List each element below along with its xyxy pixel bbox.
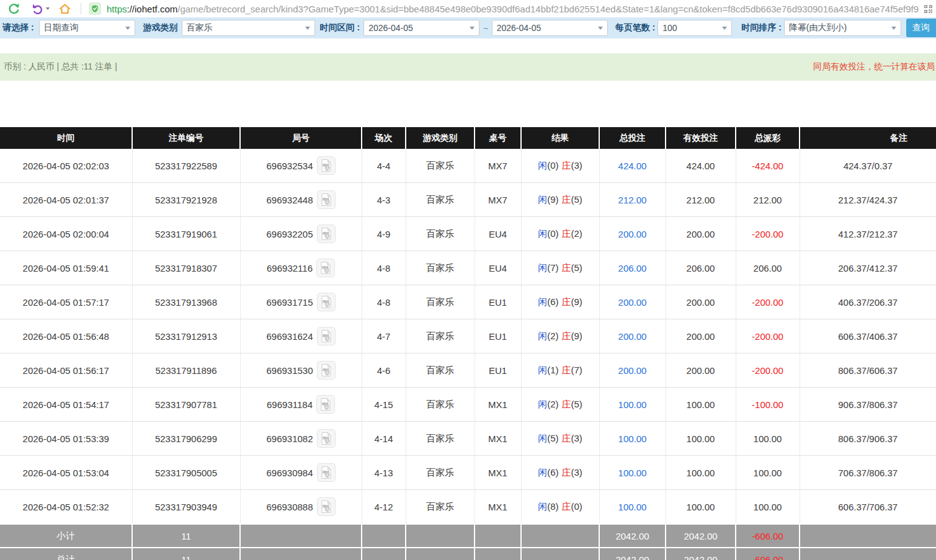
security-shield-icon[interactable] xyxy=(89,2,101,15)
bet-records-table: 时间注单编号局号场次游戏类别桌号结果总投注有效投注总派彩备注 2026-04-0… xyxy=(0,127,936,560)
total-bet-link[interactable]: 200.00 xyxy=(618,331,647,342)
chevron-down-icon xyxy=(305,27,310,30)
subtotal-label: 小计 xyxy=(0,524,132,548)
cell-round: 696931082 xyxy=(240,422,362,456)
table-body: 2026-04-05 02:02:03523317922589696932534… xyxy=(0,149,936,524)
total-bet-link[interactable]: 200.00 xyxy=(618,365,647,376)
sort-value: 降幂(由大到小) xyxy=(789,22,888,33)
back-dropdown-caret[interactable] xyxy=(46,7,50,10)
cell-bet-id: 523317913968 xyxy=(132,285,240,319)
cell-game-type: 百家乐 xyxy=(406,285,475,319)
total-bet-link[interactable]: 212.00 xyxy=(618,195,647,205)
banker-label: 庄 xyxy=(562,399,571,409)
cell-time: 2026-04-05 01:53:04 xyxy=(0,456,132,490)
cell-bet-id: 523317922589 xyxy=(132,149,240,183)
video-file-icon xyxy=(319,295,333,309)
table-row: 2026-04-05 01:56:17523317911896696931530… xyxy=(0,353,936,388)
video-replay-button[interactable] xyxy=(316,395,335,414)
select-type-label: 请选择 : xyxy=(2,22,34,33)
cell-valid-bet: 100.00 xyxy=(666,422,736,456)
cell-round: 696931184 xyxy=(240,388,362,422)
qr-code-icon[interactable] xyxy=(923,4,934,14)
video-replay-button[interactable] xyxy=(317,224,336,243)
back-icon[interactable] xyxy=(30,1,45,16)
total-bet-link[interactable]: 100.00 xyxy=(618,502,647,512)
round-cell-content: 696930888 xyxy=(241,497,362,516)
total-bet-link[interactable]: 100.00 xyxy=(618,433,647,444)
cell-table-no: MX1 xyxy=(475,456,521,490)
cell-session: 4-4 xyxy=(362,149,406,183)
round-cell-content: 696931082 xyxy=(241,429,362,448)
page-size-dropdown[interactable]: 100 xyxy=(657,20,732,36)
video-replay-button[interactable] xyxy=(316,259,335,277)
round-cell-content: 696931184 xyxy=(241,395,362,414)
video-replay-button[interactable] xyxy=(317,190,336,209)
total-bet-link[interactable]: 200.00 xyxy=(618,229,647,239)
game-type-value: 百家乐 xyxy=(187,22,301,33)
date-from-dropdown[interactable]: 2026-04-05 xyxy=(363,20,479,36)
cell-remark: 706.37/806.37 xyxy=(800,456,936,490)
cell-payout: -200.00 xyxy=(736,319,800,353)
total-bet-link[interactable]: 206.00 xyxy=(618,263,647,273)
cell-round: 696931530 xyxy=(240,353,362,388)
video-file-icon xyxy=(319,159,333,172)
cell-bet-id: 523317912913 xyxy=(132,319,240,353)
total-bet-link[interactable]: 424.00 xyxy=(618,161,647,171)
player-score: (0) xyxy=(547,160,558,171)
video-file-icon xyxy=(319,193,333,207)
cell-valid-bet: 206.00 xyxy=(666,251,736,285)
video-file-icon xyxy=(319,500,333,513)
total-bet-link[interactable]: 100.00 xyxy=(618,399,647,410)
cell-result: 闲(5)庄(3) xyxy=(521,422,599,456)
video-replay-button[interactable] xyxy=(317,327,336,345)
cell-session: 4-8 xyxy=(362,251,406,285)
video-replay-button[interactable] xyxy=(317,293,336,311)
cell-round: 696930888 xyxy=(240,490,362,525)
video-replay-button[interactable] xyxy=(317,156,336,175)
video-file-icon xyxy=(319,398,332,411)
video-replay-button[interactable] xyxy=(317,463,336,482)
video-replay-button[interactable] xyxy=(317,361,336,380)
cell-total-bet: 200.00 xyxy=(599,285,666,319)
address-bar[interactable]: https://iohetf.com/game/betrecord_search… xyxy=(107,4,919,14)
refresh-icon[interactable] xyxy=(6,1,21,16)
game-type-dropdown[interactable]: 百家乐 xyxy=(182,20,315,36)
cell-table-no: EU1 xyxy=(475,319,521,353)
page-size-value: 100 xyxy=(662,23,718,33)
cell-remark: 406.37/206.37 xyxy=(800,285,936,319)
banker-score: (5) xyxy=(571,262,582,273)
banker-label: 庄 xyxy=(562,365,571,375)
cell-bet-id: 523317921928 xyxy=(132,183,240,217)
total-bet-link[interactable]: 200.00 xyxy=(618,297,647,308)
table-row: 2026-04-05 02:00:04523317919061696932205… xyxy=(0,217,936,251)
cell-remark: 906.37/806.37 xyxy=(800,388,936,422)
video-file-icon xyxy=(319,329,333,343)
cell-payout: 100.00 xyxy=(736,422,800,456)
date-from-value: 2026-04-05 xyxy=(368,23,466,33)
sort-dropdown[interactable]: 降幂(由大到小) xyxy=(784,20,901,36)
banker-score: (7) xyxy=(571,365,582,375)
home-icon[interactable] xyxy=(57,1,72,16)
cell-valid-bet: 100.00 xyxy=(666,456,736,490)
select-type-dropdown[interactable]: 日期查询 xyxy=(39,20,135,36)
cell-result: 闲(9)庄(5) xyxy=(521,183,599,217)
table-row: 2026-04-05 01:53:39523317906299696931082… xyxy=(0,422,936,456)
cell-bet-id: 523317918307 xyxy=(132,251,240,285)
chevron-down-icon xyxy=(125,27,130,30)
currency-summary: 币别 : 人民币 | 总共 :11 注单 | xyxy=(4,61,117,73)
search-button[interactable]: 查询 xyxy=(906,19,936,37)
banker-label: 庄 xyxy=(562,160,571,171)
player-score: (6) xyxy=(547,467,558,478)
date-to-dropdown[interactable]: 2026-04-05 xyxy=(492,20,608,36)
video-replay-button[interactable] xyxy=(317,497,336,516)
game-type-label: 游戏类别 xyxy=(143,22,178,33)
round-cell-content: 696930984 xyxy=(241,463,362,482)
cell-table-no: EU1 xyxy=(475,285,521,319)
video-replay-button[interactable] xyxy=(317,429,336,448)
cell-valid-bet: 200.00 xyxy=(666,217,736,251)
round-number: 696932448 xyxy=(266,195,313,205)
time-range-label: 时间区间 : xyxy=(320,22,360,33)
chevron-down-icon xyxy=(470,27,475,30)
total-bet-link[interactable]: 100.00 xyxy=(618,468,647,478)
cell-result: 闲(1)庄(7) xyxy=(521,353,599,388)
